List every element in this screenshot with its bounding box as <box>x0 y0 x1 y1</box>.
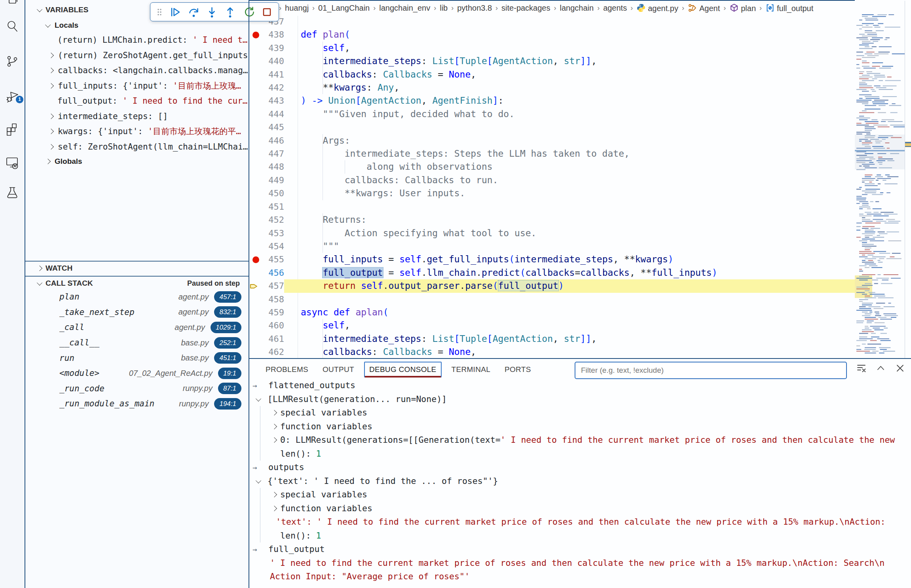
breadcrumb-item[interactable]: langchain <box>560 4 594 13</box>
breadcrumb-item[interactable]: lib <box>440 4 448 13</box>
chevron-right-icon[interactable] <box>48 53 54 58</box>
tab-problems[interactable]: PROBLEMS <box>261 362 313 377</box>
chevron-right-icon[interactable] <box>48 68 54 73</box>
code-line[interactable]: 455 full_inputs = self.get_full_inputs(i… <box>249 253 855 266</box>
chevron-right-icon[interactable] <box>48 83 54 89</box>
code-line[interactable]: 437 <box>249 15 855 28</box>
chevron-up-icon[interactable] <box>875 363 886 374</box>
code-line[interactable]: 440 intermediate_steps: List[Tuple[Agent… <box>249 55 855 68</box>
step-into-icon[interactable] <box>206 6 218 18</box>
source-control-icon[interactable] <box>6 55 19 68</box>
breadcrumb-item[interactable]: plan <box>729 3 756 13</box>
code-line[interactable]: 442 **kwargs: Any, <box>249 81 855 94</box>
code-line[interactable]: 439 self, <box>249 42 855 55</box>
stack-frame[interactable]: _run_coderunpy.py87:1 <box>25 381 249 396</box>
tab-terminal[interactable]: TERMINAL <box>447 362 495 377</box>
breadcrumb-item[interactable]: 01_LangChain <box>318 4 370 13</box>
breakpoint-icon[interactable] <box>252 256 259 263</box>
code-line[interactable]: 451 <box>249 200 855 213</box>
stop-icon[interactable] <box>261 6 273 18</box>
code-line[interactable]: 438def plan( <box>249 28 855 41</box>
overview-ruler[interactable] <box>905 1 911 358</box>
console-row[interactable]: special variables <box>249 488 911 502</box>
extensions-icon[interactable] <box>6 123 19 136</box>
breakpoint-icon[interactable] <box>252 32 259 38</box>
stack-frame[interactable]: __call__base.py252:1 <box>25 335 249 351</box>
variable-row[interactable]: full_output: ' I need to find the cur… <box>25 93 249 109</box>
stack-frame[interactable]: runbase.py451:1 <box>25 350 249 366</box>
callstack-section-header[interactable]: CALL STACK Paused on step <box>25 277 249 290</box>
console-row[interactable]: 0: LLMResult(generations=[[Generation(te… <box>249 433 911 447</box>
locals-group[interactable]: Locals <box>46 18 78 32</box>
variable-row[interactable]: callbacks: <langchain.callbacks.manag… <box>25 63 249 78</box>
breadcrumb-item[interactable]: full_output <box>765 3 813 13</box>
globals-group[interactable]: Globals <box>46 154 82 169</box>
minimap[interactable] <box>855 1 905 358</box>
stack-frame[interactable]: _callagent.py1029:1 <box>25 320 249 335</box>
code-line[interactable]: 458 <box>249 293 855 306</box>
code-line[interactable]: 459async def aplan( <box>249 306 855 319</box>
code-line[interactable]: 454 """ <box>249 240 855 253</box>
code-line[interactable]: 461 intermediate_steps: List[Tuple[Agent… <box>249 332 855 345</box>
code-line[interactable]: 446 Args: <box>249 134 855 147</box>
tab-output[interactable]: OUTPUT <box>318 362 359 377</box>
console-filter[interactable] <box>575 362 847 379</box>
console-row[interactable]: function variables <box>249 502 911 516</box>
code-line[interactable]: 443) -> Union[AgentAction, AgentFinish]: <box>249 94 855 107</box>
step-over-icon[interactable] <box>188 6 199 18</box>
editor[interactable]: home›huangj›01_LangChain›langchain_env›l… <box>249 0 855 359</box>
toolbar-drag-handle-icon[interactable] <box>156 6 163 18</box>
code-line[interactable]: 460 self, <box>249 319 855 332</box>
console-row[interactable]: special variables <box>249 406 911 420</box>
code-line[interactable]: 445 <box>249 121 855 134</box>
stack-frame[interactable]: _take_next_stepagent.py832:1 <box>25 305 249 320</box>
test-beaker-icon[interactable] <box>6 186 19 199</box>
chevron-down-icon[interactable] <box>256 393 260 406</box>
code-line[interactable]: 452 Returns: <box>249 213 855 226</box>
remote-explorer-icon[interactable] <box>6 156 19 169</box>
chevron-right-icon[interactable] <box>272 488 276 502</box>
chevron-right-icon[interactable] <box>272 502 276 516</box>
run-and-debug-icon[interactable]: 1 <box>6 90 19 104</box>
code-line[interactable]: 450 **kwargs: User inputs. <box>249 187 855 200</box>
breadcrumb-item[interactable]: python3.8 <box>457 4 492 13</box>
watch-section-header[interactable]: WATCH <box>25 262 249 275</box>
console-row[interactable]: [LLMResult(generation... run=None)] <box>249 393 911 406</box>
console-row[interactable]: {'text': ' I need to find the ... of ros… <box>249 474 911 488</box>
breadcrumb-item[interactable]: agents <box>603 4 627 13</box>
tab-ports[interactable]: PORTS <box>500 362 535 377</box>
variable-row[interactable]: full_inputs: {'input': '目前市场上玫瑰… <box>25 78 249 94</box>
code-line[interactable]: 447 intermediate_steps: Steps the LLM ha… <box>249 147 855 160</box>
stack-frame[interactable]: <module>07_02_Agent_ReAct.py19:1 <box>25 366 249 381</box>
chevron-right-icon[interactable] <box>272 406 276 420</box>
variable-row[interactable]: (return) ZeroShotAgent.get_full_inputs: <box>25 48 249 63</box>
variable-row[interactable]: (return) LLMChain.predict: ' I need t… <box>25 32 249 48</box>
variable-row[interactable]: intermediate_steps: [] <box>25 109 249 124</box>
files-icon[interactable] <box>6 0 19 5</box>
chevron-right-icon[interactable] <box>48 114 54 119</box>
console-row[interactable]: function variables <box>249 420 911 434</box>
breadcrumb-item[interactable]: huangj <box>285 4 309 13</box>
variable-row[interactable]: self: ZeroShotAgent(llm_chain=LLMChai… <box>25 139 249 155</box>
tab-debug-console[interactable]: DEBUG CONSOLE <box>364 362 442 377</box>
console-filter-input[interactable] <box>575 362 846 378</box>
chevron-right-icon[interactable] <box>272 420 276 434</box>
clear-all-icon[interactable] <box>856 363 867 374</box>
chevron-right-icon[interactable] <box>48 144 54 150</box>
code-line[interactable]: 444 """Given input, decided what to do. <box>249 108 855 121</box>
stack-frame[interactable]: planagent.py457:1 <box>25 289 249 305</box>
breadcrumb-item[interactable]: agent.py <box>636 3 678 13</box>
chevron-down-icon[interactable] <box>256 474 260 488</box>
code-line[interactable]: 453 Action specifying what tool to use. <box>249 227 855 240</box>
code-line[interactable]: 449 callbacks: Callbacks to run. <box>249 174 855 187</box>
code-line[interactable]: 448 along with observations <box>249 160 855 173</box>
search-icon[interactable] <box>6 20 19 33</box>
code-line[interactable]: 456 full_output = self.llm_chain.predict… <box>249 266 855 279</box>
close-icon[interactable] <box>895 363 905 374</box>
continue-icon[interactable] <box>169 6 181 18</box>
variable-row[interactable]: kwargs: {'input': '目前市场上玫瑰花的平… <box>25 124 249 139</box>
code-line[interactable]: 457 return self.output_parser.parse(full… <box>249 279 855 292</box>
code-line[interactable]: 441 callbacks: Callbacks = None, <box>249 68 855 81</box>
chevron-right-icon[interactable] <box>272 433 276 447</box>
step-out-icon[interactable] <box>224 6 236 18</box>
